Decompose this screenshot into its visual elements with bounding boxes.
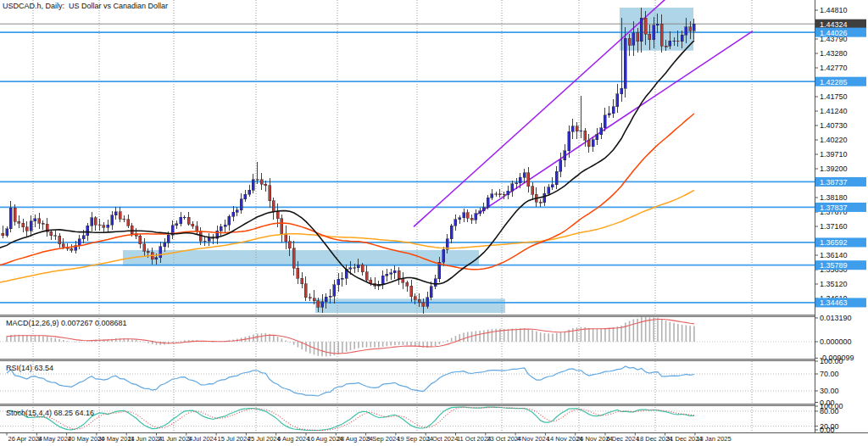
- candle-down: [576, 126, 578, 131]
- candle-down: [103, 226, 105, 228]
- rsi-tick-label: 30.00: [820, 387, 839, 395]
- time-tick-label: 11 Oct 2024: [457, 435, 491, 443]
- candle-up: [454, 220, 457, 226]
- stochastic-panel: [0, 407, 815, 431]
- candle-down: [187, 217, 190, 224]
- candle-up: [78, 239, 81, 246]
- candle-up: [511, 184, 514, 192]
- rsi-tick-label: 70.00: [820, 370, 839, 378]
- supply-demand-zone[interactable]: [315, 298, 505, 313]
- candle-up: [571, 126, 574, 132]
- candle-up: [463, 213, 465, 218]
- candle-up: [240, 199, 242, 210]
- candle-down: [281, 219, 283, 234]
- candle-down: [304, 284, 307, 298]
- trendline-object[interactable]: [414, 0, 665, 226]
- candle-down: [260, 180, 263, 184]
- time-axis[interactable]: 26 Apr 20248 May 202420 May 202430 May 2…: [0, 433, 868, 443]
- price-label-text: 1.42285: [820, 78, 848, 86]
- candle-up: [393, 270, 396, 272]
- candle-down: [503, 194, 505, 195]
- candle-up: [564, 151, 566, 160]
- candle-up: [450, 226, 453, 239]
- candle-down: [587, 140, 590, 146]
- mt5-chart-window: 1.448101.443001.437901.432801.427701.422…: [0, 0, 868, 446]
- candle-up: [693, 24, 695, 31]
- candle-up: [459, 218, 461, 220]
- ma-fast-line: [0, 41, 694, 308]
- price-tick-label: 1.35120: [820, 280, 848, 288]
- candle-down: [398, 270, 400, 278]
- candle-down: [365, 272, 368, 280]
- candle-down: [119, 212, 121, 219]
- candle-down: [143, 244, 146, 252]
- candle-up: [616, 94, 619, 107]
- candle-up: [357, 265, 359, 267]
- candle-down: [297, 268, 299, 278]
- stoch-tick-label: 80.00: [820, 407, 839, 415]
- candle-up: [624, 38, 626, 88]
- candle-down: [531, 187, 534, 194]
- candle-down: [498, 194, 501, 195]
- price-tick-label: 1.36140: [820, 251, 848, 259]
- candle-up: [475, 214, 477, 220]
- rsi-line: [7, 366, 694, 396]
- candle-up: [600, 128, 603, 135]
- candle-down: [14, 208, 16, 221]
- candle-up: [353, 268, 356, 269]
- candle-down: [660, 24, 663, 46]
- candle-up: [325, 297, 327, 302]
- time-tick-label: 6 Aug 2024: [277, 435, 309, 443]
- candle-down: [466, 213, 469, 218]
- price-tick-label: 1.43280: [820, 49, 848, 58]
- candle-up: [159, 247, 162, 258]
- candle-up: [604, 115, 606, 128]
- candle-up: [551, 185, 554, 187]
- candle-up: [386, 274, 388, 276]
- time-tick-label: 15 Jul 2024: [218, 435, 251, 443]
- candle-up: [9, 208, 12, 228]
- candle-up: [224, 225, 226, 226]
- candle-up: [236, 210, 238, 213]
- candle-down: [470, 218, 473, 220]
- candle-up: [669, 41, 671, 46]
- candle-down: [317, 301, 320, 308]
- candle-down: [264, 184, 267, 185]
- chart-canvas[interactable]: 1.448101.443001.437901.432801.427701.422…: [0, 0, 868, 446]
- candle-up: [6, 229, 8, 236]
- candle-down: [665, 46, 667, 47]
- candle-up: [482, 208, 485, 211]
- candle-up: [653, 25, 655, 40]
- candle-up: [164, 243, 166, 247]
- candle-down: [256, 180, 259, 181]
- price-tick-label: 1.41240: [820, 107, 848, 115]
- candle-up: [555, 171, 558, 185]
- candle-up: [612, 107, 615, 114]
- price-axis[interactable]: 1.448101.443001.437901.432801.427701.422…: [815, 0, 868, 434]
- time-tick-label: 9 Sep 2024: [367, 435, 399, 443]
- candle-up: [515, 183, 518, 184]
- candles-layer: [2, 8, 696, 314]
- price-label-text: 1.36592: [820, 238, 848, 247]
- candle-up: [248, 190, 251, 194]
- candle-up: [681, 35, 683, 41]
- rsi-tick-label: 100.00: [820, 357, 843, 365]
- candle-down: [22, 223, 25, 227]
- candle-up: [333, 285, 336, 296]
- candle-down: [418, 299, 420, 302]
- candle-down: [123, 219, 125, 220]
- candle-down: [361, 265, 364, 271]
- candle-down: [50, 231, 53, 235]
- price-label-text: 1.35789: [820, 261, 848, 270]
- candle-up: [208, 237, 210, 241]
- candle-down: [495, 194, 498, 195]
- candle-down: [410, 286, 413, 296]
- candle-up: [30, 221, 32, 231]
- price-tick-label: 1.39200: [820, 164, 848, 173]
- trendlines-layer: [414, 0, 753, 226]
- macd-indicator-label: MACD(12,26,9) 0.007267 0.008681: [6, 319, 127, 327]
- candle-down: [539, 202, 542, 203]
- candle-up: [592, 140, 594, 147]
- candle-down: [637, 33, 639, 42]
- price-tick-label: 1.38180: [820, 193, 848, 202]
